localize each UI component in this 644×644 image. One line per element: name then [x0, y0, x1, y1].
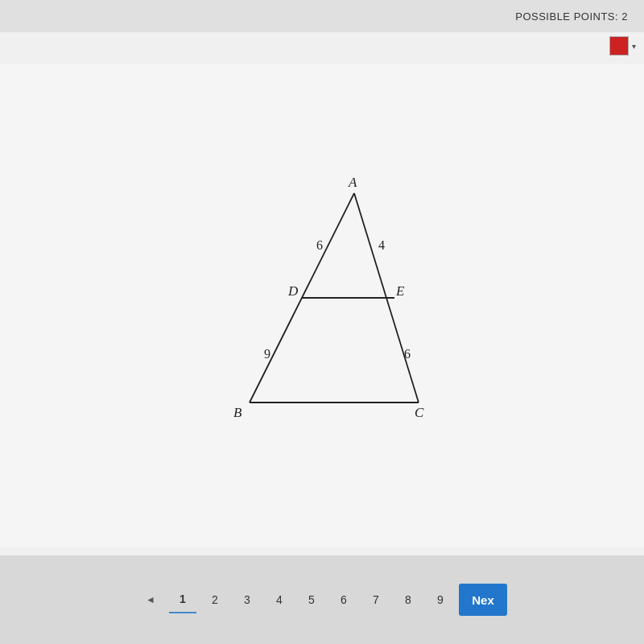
- color-swatch-area: ▾: [609, 36, 636, 56]
- vertex-E-label: E: [395, 283, 405, 299]
- dropdown-arrow-icon[interactable]: ▾: [632, 42, 636, 51]
- label-BD: 9: [264, 347, 270, 361]
- content-area: A B C D E 6 4 9 6: [0, 64, 644, 547]
- label-EC: 6: [404, 347, 411, 361]
- next-button[interactable]: Nex: [459, 584, 507, 616]
- top-bar: POSSIBLE POINTS: 2: [0, 0, 644, 32]
- prev-button[interactable]: ◄: [137, 586, 164, 613]
- diagram-container: A B C D E 6 4 9 6: [185, 169, 459, 443]
- possible-points-label: POSSIBLE POINTS: 2: [515, 10, 628, 23]
- color-swatch[interactable]: [609, 36, 629, 56]
- page-2-button[interactable]: 2: [201, 586, 229, 613]
- bottom-nav: ◄ 1 2 3 4 5 6 7 8 9 Nex: [0, 555, 644, 644]
- page-5-button[interactable]: 5: [298, 586, 325, 613]
- page-4-button[interactable]: 4: [266, 586, 293, 613]
- page-9-button[interactable]: 9: [427, 586, 454, 613]
- vertex-B-label: B: [233, 405, 242, 420]
- triangle-diagram: A B C D E 6 4 9 6: [185, 169, 459, 443]
- main-container: POSSIBLE POINTS: 2 ▾: [0, 0, 644, 644]
- vertex-D-label: D: [287, 283, 299, 299]
- page-6-button[interactable]: 6: [330, 586, 357, 613]
- page-1-button[interactable]: 1: [169, 586, 196, 613]
- page-7-button[interactable]: 7: [362, 586, 390, 613]
- label-AD: 6: [316, 238, 323, 252]
- page-3-button[interactable]: 3: [233, 586, 261, 613]
- pagination: ◄ 1 2 3 4 5 6 7 8 9 Nex: [137, 584, 507, 616]
- page-8-button[interactable]: 8: [394, 586, 422, 613]
- vertex-C-label: C: [415, 405, 424, 420]
- label-AE: 4: [378, 238, 385, 252]
- vertex-A-label: A: [348, 175, 357, 190]
